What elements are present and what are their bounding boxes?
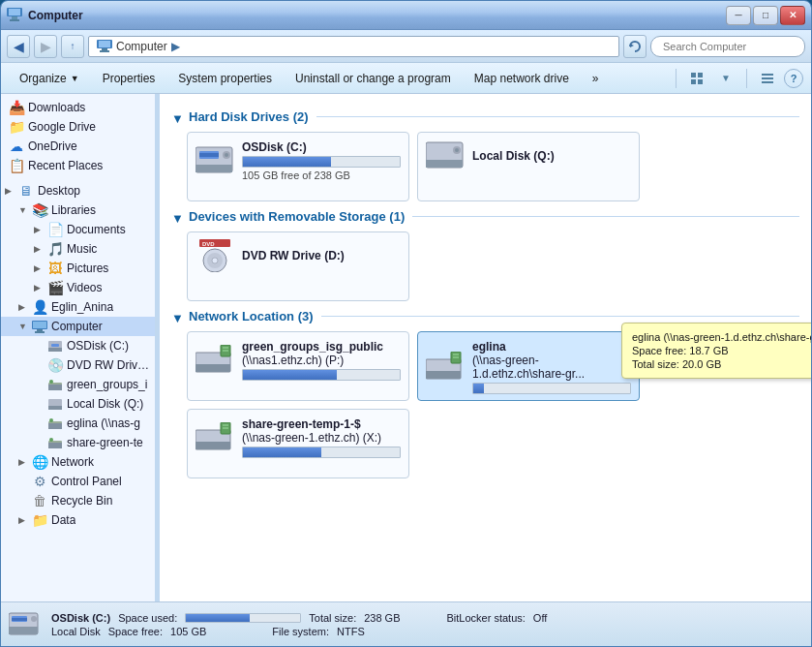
eglina-progress (472, 383, 631, 394)
removable-collapse-arrow[interactable]: ▼ (171, 211, 183, 223)
svg-rect-2 (12, 16, 17, 19)
file-pane: ▼ Hard Disk Drives (2) (160, 94, 811, 601)
osdisk-progress-bar (243, 157, 331, 167)
view-button-grid[interactable] (684, 66, 709, 91)
sidebar: 📥 Downloads 📁 Google Drive ☁ OneDrive 📋 … (1, 94, 156, 601)
sidebar-item-green-groups[interactable]: green_groups_i (1, 375, 155, 394)
refresh-button[interactable] (623, 35, 647, 58)
drive-dvd[interactable]: DVD DVD RW Drive (D:) (187, 231, 409, 301)
sidebar-item-videos[interactable]: ▶ 🎬 Videos (1, 278, 155, 297)
sidebar-item-desktop[interactable]: ▶ 🖥 Desktop (1, 181, 155, 200)
status-second-label: Local Disk (51, 626, 101, 637)
eglina-icon (47, 416, 63, 431)
computer-expand-icon: ▼ (18, 322, 32, 331)
drive-green-groups[interactable]: green_groups_isg_public (\\nas1.ethz.ch)… (187, 331, 409, 401)
green-groups-info: green_groups_isg_public (\\nas1.ethz.ch)… (242, 340, 401, 381)
more-button[interactable]: » (582, 66, 610, 91)
status-drive-label: OSDisk (C:) (51, 612, 110, 624)
window: Computer ─ □ ✕ ◀ ▶ ↑ Computer ▶ (0, 0, 812, 647)
music-icon: 🎵 (47, 241, 63, 257)
search-input[interactable] (663, 41, 797, 52)
system-properties-button[interactable]: System properties (167, 66, 283, 91)
drive-osdisk-c[interactable]: OSDisk (C:) 105 GB free of 238 GB (187, 132, 409, 201)
sidebar-item-libraries[interactable]: ▼ 📚 Libraries (1, 200, 155, 220)
minimize-button[interactable]: ─ (726, 6, 751, 25)
desktop-expand-icon: ▶ (5, 186, 18, 196)
back-button[interactable]: ◀ (7, 35, 30, 58)
sidebar-item-onedrive[interactable]: ☁ OneDrive (1, 137, 155, 156)
removable-drives-grid: DVD DVD RW Drive (D:) (171, 231, 799, 301)
googledrive-icon: 📁 (9, 119, 24, 135)
sidebar-item-share-green[interactable]: share-green-te (1, 433, 155, 452)
sidebar-item-music[interactable]: ▶ 🎵 Music (1, 239, 155, 259)
svg-rect-29 (48, 406, 62, 410)
sidebar-item-eglina[interactable]: eglina (\\nas-g (1, 414, 155, 433)
sidebar-item-dvd[interactable]: 💿 DVD RW Drive ( (1, 355, 155, 375)
dvd-info: DVD RW Drive (D:) (242, 249, 401, 262)
close-button[interactable]: ✕ (780, 6, 805, 25)
svg-rect-15 (762, 74, 773, 76)
green-groups-drive-icon (195, 345, 234, 376)
eglina-progress-bar (473, 384, 484, 393)
status-info: OSDisk (C:) Space used: Total size: 238 … (51, 612, 547, 637)
address-path[interactable]: Computer ▶ (88, 36, 619, 57)
sidebar-item-osdisk[interactable]: OSDisk (C:) (1, 336, 155, 355)
sidebar-item-local-disk-q[interactable]: Local Disk (Q:) (1, 394, 155, 414)
drive-local-q[interactable]: Local Disk (Q:) (417, 132, 640, 201)
share-green-info: share-green-temp-1-$ (\\nas-green-1.ethz… (242, 417, 401, 458)
osdisk-info: OSDisk (C:) 105 GB free of 238 GB (242, 140, 401, 181)
sidebar-item-documents[interactable]: ▶ 📄 Documents (1, 220, 155, 239)
svg-rect-65 (223, 427, 228, 429)
recentplaces-icon: 📋 (9, 158, 24, 173)
sidebar-item-controlpanel[interactable]: ⚙ Control Panel (1, 472, 155, 491)
svg-point-35 (49, 438, 53, 442)
sidebar-item-googledrive[interactable]: 📁 Google Drive (1, 117, 155, 137)
network-collapse-arrow[interactable]: ▼ (171, 311, 183, 323)
sidebar-item-network[interactable]: ▶ 🌐 Network (1, 452, 155, 472)
toolbar-separator (676, 69, 677, 88)
sidebar-label-controlpanel: Control Panel (51, 475, 122, 488)
sidebar-item-downloads[interactable]: 📥 Downloads (1, 98, 155, 117)
green-groups-name2: (\\nas1.ethz.ch) (P:) (242, 354, 401, 367)
svg-rect-23 (48, 348, 62, 352)
svg-rect-14 (698, 79, 703, 84)
sidebar-label-libraries: Libraries (51, 203, 96, 217)
svg-rect-26 (48, 385, 62, 390)
sidebar-item-computer[interactable]: ▼ Computer (1, 317, 155, 336)
maximize-button[interactable]: □ (753, 6, 778, 25)
drive-share-green-top: share-green-temp-1-$ (\\nas-green-1.ethz… (195, 417, 401, 458)
map-network-button[interactable]: Map network drive (464, 66, 580, 91)
hdd-collapse-arrow[interactable]: ▼ (171, 111, 183, 123)
status-total-size-label: Total size: (309, 612, 356, 624)
forward-button[interactable]: ▶ (34, 35, 57, 58)
sidebar-item-recentplaces[interactable]: 📋 Recent Places (1, 156, 155, 175)
section-hard-disk-drives: ▼ Hard Disk Drives (2) (171, 109, 799, 124)
drive-share-green[interactable]: share-green-temp-1-$ (\\nas-green-1.ethz… (187, 409, 409, 478)
sidebar-item-eglin[interactable]: ▶ 👤 Eglin_Anina (1, 297, 155, 317)
svg-rect-67 (9, 627, 38, 634)
eglina-info: eglina (\\nas-green-1.d.ethz.ch\share-gr… (472, 340, 631, 394)
sidebar-label-videos: Videos (67, 281, 102, 294)
help-button[interactable]: ? (784, 69, 803, 88)
eglin-expand-icon: ▶ (18, 302, 32, 312)
uninstall-button[interactable]: Uninstall or change a program (285, 66, 462, 91)
sidebar-item-data[interactable]: ▶ 📁 Data (1, 510, 155, 530)
view-dropdown-button[interactable]: ▼ (713, 66, 738, 91)
sidebar-item-pictures[interactable]: ▶ 🖼 Pictures (1, 259, 155, 278)
svg-marker-8 (630, 44, 634, 47)
status-row-top: OSDisk (C:) Space used: Total size: 238 … (51, 612, 547, 624)
svg-rect-20 (37, 329, 43, 331)
search-box[interactable] (650, 36, 805, 57)
dvd-drive-icon: DVD (195, 240, 234, 271)
up-button[interactable]: ↑ (61, 35, 84, 58)
organize-button[interactable]: Organize ▼ (9, 66, 90, 91)
libraries-icon: 📚 (32, 202, 47, 218)
svg-rect-24 (51, 344, 59, 347)
status-row-bottom: Local Disk Space free: 105 GB File syste… (51, 626, 547, 637)
onedrive-icon: ☁ (9, 139, 24, 154)
sidebar-item-recyclebin[interactable]: 🗑 Recycle Bin (1, 491, 155, 510)
recyclebin-icon: 🗑 (32, 493, 47, 508)
properties-button[interactable]: Properties (92, 66, 166, 91)
drive-eglina[interactable]: eglina (\\nas-green-1.d.ethz.ch\share-gr… (417, 331, 640, 401)
view-button-list[interactable] (755, 66, 780, 91)
